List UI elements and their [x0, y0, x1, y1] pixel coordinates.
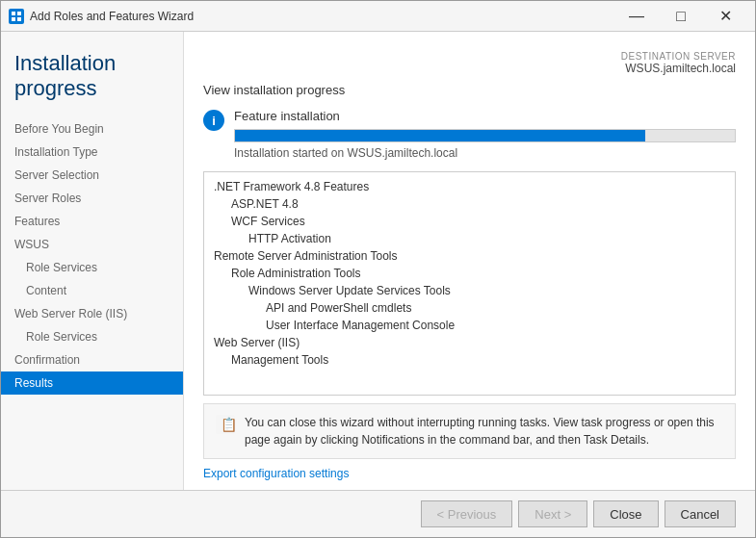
- list-item: Windows Server Update Services Tools: [204, 282, 735, 299]
- progress-bar-fill: [235, 130, 645, 141]
- page-title: Installation progress: [1, 41, 183, 117]
- sidebar-item-web-server-role[interactable]: Web Server Role (IIS): [1, 302, 183, 325]
- svg-rect-2: [12, 17, 15, 21]
- progress-bar-container: [234, 129, 736, 142]
- section-title: View installation progress: [203, 83, 736, 97]
- progress-status: Installation started on WSUS.jamiltech.l…: [234, 146, 736, 160]
- progress-block: i Feature installation Installation star…: [203, 109, 736, 160]
- previous-button[interactable]: < Previous: [421, 500, 513, 527]
- content-area: Installation progress Before You Begin I…: [1, 32, 755, 490]
- list-item: ASP.NET 4.8: [204, 195, 735, 213]
- close-window-button[interactable]: ✕: [703, 1, 747, 32]
- list-item: WCF Services: [204, 213, 735, 230]
- info-box-icon: 📋: [216, 415, 235, 448]
- sidebar-item-installation-type[interactable]: Installation Type: [1, 141, 183, 164]
- sidebar: Installation progress Before You Begin I…: [1, 32, 184, 490]
- dest-server-value: WSUS.jamiltech.local: [621, 62, 736, 75]
- main-content: DESTINATION SERVER WSUS.jamiltech.local …: [184, 32, 755, 490]
- maximize-button[interactable]: □: [659, 1, 703, 32]
- progress-info-icon: i: [203, 110, 224, 131]
- progress-right: Feature installation Installation starte…: [234, 109, 736, 160]
- sidebar-item-results[interactable]: Results: [1, 371, 183, 395]
- svg-text:📋: 📋: [221, 417, 235, 433]
- dest-server-label: DESTINATION SERVER: [621, 51, 736, 62]
- list-item: Management Tools: [204, 351, 735, 369]
- svg-rect-0: [12, 12, 15, 15]
- sidebar-item-role-services-2[interactable]: Role Services: [1, 325, 183, 348]
- svg-rect-3: [17, 17, 21, 21]
- export-config-link[interactable]: Export configuration settings: [203, 467, 736, 480]
- next-button[interactable]: Next >: [518, 500, 587, 527]
- footer: < Previous Next > Close Cancel: [1, 490, 755, 537]
- wizard-window: Add Roles and Features Wizard — □ ✕ Inst…: [0, 0, 756, 538]
- cancel-button[interactable]: Cancel: [665, 500, 736, 527]
- close-button[interactable]: Close: [593, 500, 658, 527]
- list-item: Remote Server Administration Tools: [204, 247, 735, 265]
- svg-rect-1: [17, 12, 21, 15]
- sidebar-item-before-you-begin[interactable]: Before You Begin: [1, 117, 183, 141]
- sidebar-item-confirmation[interactable]: Confirmation: [1, 348, 183, 371]
- window-controls: — □ ✕: [614, 1, 747, 32]
- minimize-button[interactable]: —: [614, 1, 659, 32]
- progress-label: Feature installation: [234, 109, 736, 123]
- window-title: Add Roles and Features Wizard: [30, 10, 614, 23]
- sidebar-item-server-selection[interactable]: Server Selection: [1, 164, 183, 187]
- list-item: Role Administration Tools: [204, 265, 735, 282]
- list-item: User Interface Management Console: [204, 317, 735, 334]
- sidebar-item-role-services-1[interactable]: Role Services: [1, 256, 183, 279]
- title-bar: Add Roles and Features Wizard — □ ✕: [1, 1, 755, 32]
- info-box: 📋 You can close this wizard without inte…: [203, 403, 736, 459]
- feature-list[interactable]: .NET Framework 4.8 Features ASP.NET 4.8 …: [204, 172, 735, 395]
- list-item: HTTP Activation: [204, 230, 735, 247]
- list-item: .NET Framework 4.8 Features: [204, 178, 735, 195]
- app-icon: [9, 9, 24, 24]
- sidebar-item-wsus[interactable]: WSUS: [1, 233, 183, 256]
- list-item: Web Server (IIS): [204, 334, 735, 351]
- list-item: API and PowerShell cmdlets: [204, 299, 735, 317]
- sidebar-item-content[interactable]: Content: [1, 279, 183, 302]
- sidebar-item-server-roles[interactable]: Server Roles: [1, 187, 183, 210]
- info-box-text: You can close this wizard without interr…: [245, 414, 723, 448]
- sidebar-item-features[interactable]: Features: [1, 210, 183, 233]
- feature-list-container: .NET Framework 4.8 Features ASP.NET 4.8 …: [203, 171, 736, 396]
